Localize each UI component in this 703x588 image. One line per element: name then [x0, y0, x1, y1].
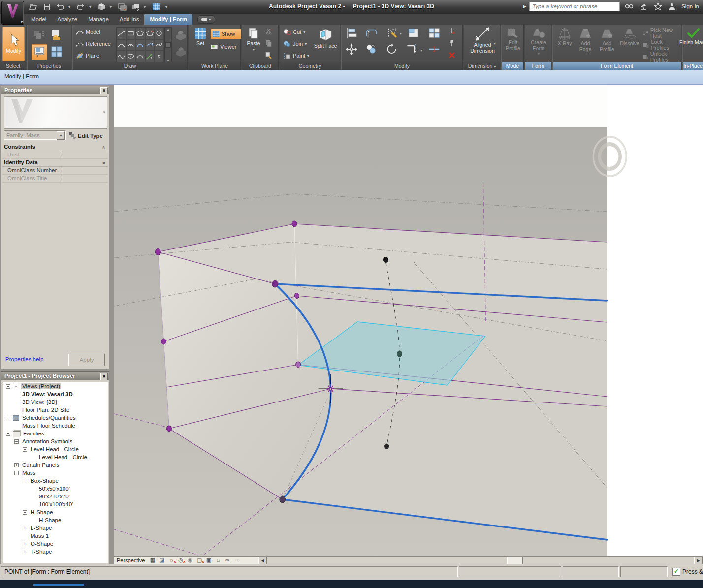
draw-polygon-circumscribed-tool[interactable] — [145, 28, 155, 39]
aligned-dimension-button[interactable]: Aligned Dimension — [467, 27, 498, 54]
tab-modify-form[interactable]: Modify | Form — [144, 14, 192, 25]
tree-expander[interactable]: − — [14, 471, 19, 475]
tree-item-mass-floor-schedule[interactable]: Mass Floor Schedule — [3, 422, 108, 430]
copy-to-clipboard-icon[interactable] — [265, 39, 273, 47]
draw-ellipse-tool[interactable] — [126, 50, 135, 62]
sun-path-off-icon[interactable]: ☼x — [167, 557, 175, 563]
stereo-glasses-icon[interactable]: ∞ — [224, 557, 231, 563]
tab-analyze[interactable]: Analyze — [52, 14, 83, 25]
tree-expander[interactable]: − — [6, 416, 10, 420]
draw-reference-button[interactable]: Reference — [76, 39, 111, 48]
save-button[interactable] — [42, 2, 52, 12]
switch-windows-button[interactable] — [130, 2, 140, 12]
aligned-dimension-dropdown[interactable] — [494, 41, 498, 46]
add-profile-button[interactable]: Add Profile — [596, 27, 618, 52]
viewer-button[interactable]: Viewer — [211, 42, 238, 51]
sign-in-icon[interactable] — [667, 1, 677, 11]
create-solid-icon[interactable] — [173, 27, 188, 42]
tree-expander[interactable]: − — [23, 510, 27, 515]
tree-item-90x210x70[interactable]: 90'x210'x70' — [3, 493, 108, 500]
tree-item-annotation-symbols[interactable]: −Annotation Symbols — [3, 437, 108, 445]
draw-pick-lines-tool[interactable] — [145, 50, 155, 62]
rotate-icon[interactable] — [386, 43, 398, 55]
split-windows-icon[interactable] — [428, 27, 440, 39]
show-crop-region-icon[interactable]: ▣ — [205, 557, 212, 563]
draw-spline-tool[interactable] — [155, 39, 164, 51]
tree-item-floor-plan[interactable]: Floor Plan: 2D Site — [3, 406, 108, 414]
undo-button[interactable] — [55, 2, 65, 12]
property-row-omniclass-title[interactable]: OmniClass Title — [2, 175, 108, 183]
tree-item-3d-view[interactable]: 3D View: {3D} — [3, 398, 108, 406]
tree-expander[interactable]: + — [14, 463, 19, 467]
tree-item-schedules[interactable]: −Schedules/Quantities — [3, 414, 108, 422]
set-work-plane-button[interactable]: Set — [192, 27, 209, 47]
undo-dropdown[interactable] — [68, 5, 72, 9]
create-form-button[interactable]: Create Form — [528, 27, 549, 57]
ui-grid-icon[interactable] — [49, 44, 64, 59]
tree-item-level-head-type[interactable]: Level Head - Circle — [3, 453, 108, 461]
open-button[interactable] — [29, 2, 38, 12]
sign-in-button[interactable]: Sign In — [681, 3, 699, 9]
customize-qat-button[interactable] — [164, 5, 168, 9]
finish-mass-button[interactable]: Finish Mass — [684, 27, 703, 46]
default-3d-view-dropdown[interactable] — [110, 5, 114, 9]
render-icon[interactable]: ◉ — [186, 557, 193, 563]
apply-button[interactable]: Apply — [68, 354, 105, 366]
panel-label-draw[interactable]: Draw — [73, 62, 187, 70]
draw-polygon-inscribed-tool[interactable] — [135, 28, 145, 39]
tree-expander[interactable]: − — [6, 432, 10, 436]
tree-item-o-shape[interactable]: +O-Shape — [3, 540, 108, 548]
crop-view-off-icon[interactable]: ▢x — [195, 557, 203, 563]
default-3d-view-button[interactable] — [96, 2, 106, 12]
mirror-icon[interactable] — [386, 27, 398, 39]
tree-expander[interactable]: − — [23, 479, 27, 483]
move-icon[interactable] — [346, 43, 357, 55]
unlock-profiles-button[interactable]: Unlock Profiles — [642, 52, 681, 61]
redo-dropdown[interactable] — [89, 5, 93, 9]
modify-button[interactable]: Modify — [2, 27, 25, 61]
panel-label-in-place[interactable]: In-Place — [683, 62, 703, 70]
model-graphics-icon[interactable]: ◪ — [158, 557, 165, 563]
tree-item-t-shape[interactable]: +T-Shape — [3, 548, 108, 556]
group-identity-data[interactable]: Identity Data — [2, 159, 108, 167]
create-void-icon[interactable] — [173, 43, 188, 59]
favorites-icon[interactable] — [653, 1, 663, 11]
draw-model-button[interactable]: Model — [76, 28, 100, 36]
checkbox-checked-icon[interactable] — [672, 568, 680, 576]
model-canvas[interactable] — [114, 85, 703, 556]
search-input[interactable] — [529, 2, 620, 11]
join-geometry-button[interactable]: Join — [283, 39, 307, 48]
infocenter-collapse-arrow[interactable] — [523, 4, 526, 9]
panel-label-form[interactable]: Form — [525, 62, 551, 70]
draw-arc-center-tool[interactable] — [126, 39, 135, 51]
pin-icon[interactable] — [448, 39, 456, 47]
trim-dropdown[interactable] — [420, 48, 424, 53]
family-types-icon[interactable] — [49, 28, 64, 42]
draw-arc-fillet-tool[interactable] — [145, 39, 155, 51]
tree-expander[interactable]: + — [23, 542, 27, 546]
trim-extend-icon[interactable] — [406, 43, 417, 55]
mirror-dropdown[interactable] — [400, 31, 404, 36]
tree-item-curtain-panels[interactable]: +Curtain Panels — [3, 461, 108, 469]
tree-item-50x50x100[interactable]: 50'x50'x100' — [3, 485, 108, 493]
shadows-off-icon[interactable]: ◎x — [177, 557, 184, 563]
highlight-off-icon[interactable]: ○ — [233, 557, 240, 563]
tree-item-views[interactable]: −Views (Project) — [3, 382, 108, 390]
tree-item-l-shape[interactable]: +L-Shape — [3, 524, 108, 532]
tree-expander[interactable]: + — [23, 526, 27, 530]
panel-label-clipboard[interactable]: Clipboard — [242, 62, 278, 70]
paste-dropdown[interactable] — [253, 47, 255, 53]
add-edge-button[interactable]: Add Edge — [575, 27, 595, 52]
tree-expander[interactable]: − — [23, 447, 27, 452]
corner-joint-icon[interactable] — [408, 27, 419, 39]
panel-label-properties[interactable]: Properties — [28, 62, 71, 70]
press-and-drag-toggle[interactable]: Press & D — [672, 568, 703, 576]
tab-model[interactable]: Model — [26, 14, 52, 25]
chevron-down-icon[interactable] — [57, 131, 65, 140]
draw-line-tool[interactable] — [117, 28, 126, 39]
split-element-icon[interactable] — [428, 43, 440, 55]
type-properties-button[interactable] — [151, 2, 161, 12]
match-type-icon[interactable] — [265, 51, 273, 59]
tree-expander[interactable]: − — [6, 384, 10, 389]
lock-profiles-button[interactable]: Lock Profiles — [642, 40, 681, 49]
